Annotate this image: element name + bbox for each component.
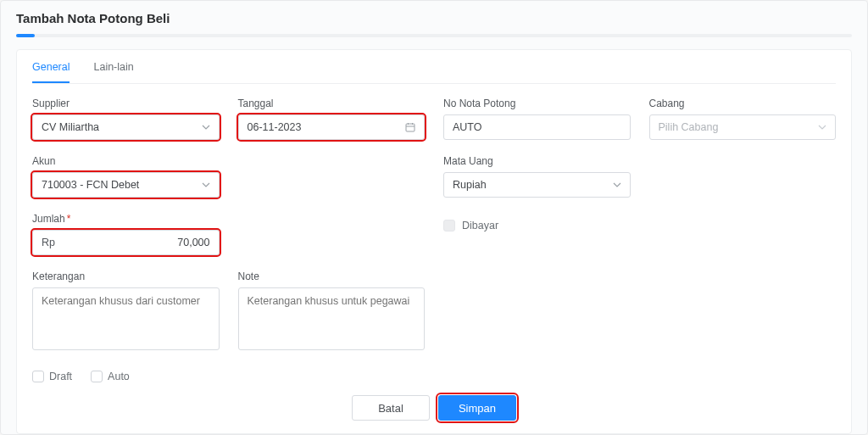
supplier-select[interactable]: CV Miliartha [32, 114, 220, 140]
jumlah-prefix: Rp [42, 237, 55, 248]
page-title: Tambah Nota Potong Beli [16, 11, 852, 25]
tanggal-input[interactable]: 06-11-2023 [238, 114, 426, 140]
label-dibayar: Dibayar [462, 220, 498, 231]
jumlah-input[interactable]: Rp 70,000 [32, 230, 220, 255]
keterangan-textarea[interactable] [32, 287, 220, 350]
calendar-icon [405, 122, 415, 132]
label-keterangan: Keterangan [32, 270, 220, 282]
checkbox-icon [443, 220, 455, 231]
tab-lain-lain[interactable]: Lain-lain [93, 61, 133, 83]
field-dibayar: Dibayar [443, 213, 631, 255]
batal-button[interactable]: Batal [352, 395, 430, 421]
label-draft: Draft [49, 371, 72, 382]
field-mata-uang: Mata Uang Rupiah [443, 155, 631, 198]
no-nota-input[interactable]: AUTO [443, 114, 631, 140]
tanggal-value: 06-11-2023 [248, 121, 406, 133]
checkbox-icon [32, 371, 44, 382]
field-no-nota: No Nota Potong AUTO [443, 98, 631, 140]
page-container: Tambah Nota Potong Beli General Lain-lai… [0, 0, 868, 435]
field-jumlah: Jumlah* Rp 70,000 [32, 213, 220, 255]
field-keterangan: Keterangan [32, 270, 220, 350]
label-note: Note [238, 270, 426, 282]
label-akun: Akun [32, 155, 220, 167]
draft-checkbox[interactable]: Draft [32, 371, 72, 382]
tabs: General Lain-lain [32, 50, 836, 84]
field-tanggal: Tanggal 06-11-2023 [238, 98, 426, 140]
field-note: Note [238, 270, 426, 350]
progress-fill [16, 34, 35, 37]
mata-uang-value: Rupiah [453, 179, 613, 191]
checkbox-row: Draft Auto [32, 371, 836, 382]
supplier-value: CV Miliartha [42, 121, 202, 133]
cabang-select[interactable]: Pilih Cabang [649, 114, 837, 140]
field-cabang: Cabang Pilih Cabang [649, 98, 837, 140]
label-tanggal: Tanggal [238, 98, 426, 109]
auto-checkbox[interactable]: Auto [91, 371, 130, 382]
chevron-down-icon [202, 123, 210, 131]
akun-value: 710003 - FCN Debet [42, 179, 202, 191]
label-mata-uang: Mata Uang [443, 155, 631, 167]
svg-rect-0 [406, 124, 415, 131]
form-area: Supplier CV Miliartha Tanggal 06-11-2023… [32, 98, 836, 382]
label-cabang: Cabang [649, 98, 837, 109]
note-textarea[interactable] [238, 287, 426, 350]
footer-actions: Batal Simpan [1, 395, 867, 421]
mata-uang-select[interactable]: Rupiah [443, 172, 631, 198]
simpan-button[interactable]: Simpan [438, 395, 516, 421]
label-no-nota: No Nota Potong [443, 98, 631, 109]
label-supplier: Supplier [32, 98, 220, 109]
chevron-down-icon [818, 123, 826, 131]
no-nota-value: AUTO [453, 121, 621, 133]
dibayar-checkbox[interactable]: Dibayar [443, 213, 631, 238]
form-card: General Lain-lain Supplier CV Miliartha … [16, 49, 852, 434]
chevron-down-icon [613, 181, 621, 189]
progress-bar [16, 34, 852, 37]
cabang-placeholder: Pilih Cabang [659, 121, 819, 133]
label-jumlah: Jumlah* [32, 213, 220, 225]
label-auto: Auto [108, 371, 130, 382]
chevron-down-icon [202, 181, 210, 189]
field-akun: Akun 710003 - FCN Debet [32, 155, 220, 198]
checkbox-icon [91, 371, 103, 382]
tab-general[interactable]: General [32, 61, 70, 83]
field-supplier: Supplier CV Miliartha [32, 98, 220, 140]
akun-select[interactable]: 710003 - FCN Debet [32, 172, 220, 198]
required-mark: * [67, 213, 71, 225]
jumlah-value: 70,000 [62, 237, 210, 248]
